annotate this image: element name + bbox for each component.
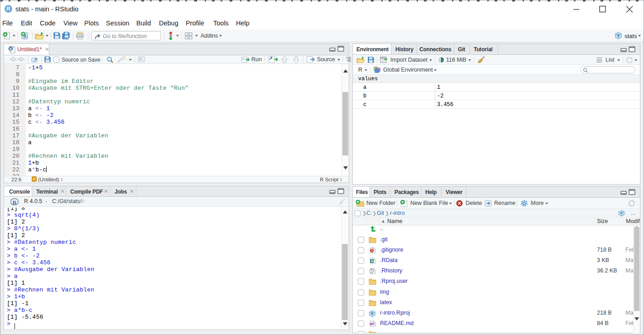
svg-text:R: R: [13, 199, 17, 206]
svg-text:MD: MD: [370, 322, 374, 325]
svg-text:R: R: [371, 311, 374, 316]
svg-text:R: R: [10, 47, 13, 51]
svg-text:R: R: [370, 260, 373, 263]
svg-text:R: R: [620, 211, 623, 215]
svg-text:R: R: [617, 34, 620, 38]
